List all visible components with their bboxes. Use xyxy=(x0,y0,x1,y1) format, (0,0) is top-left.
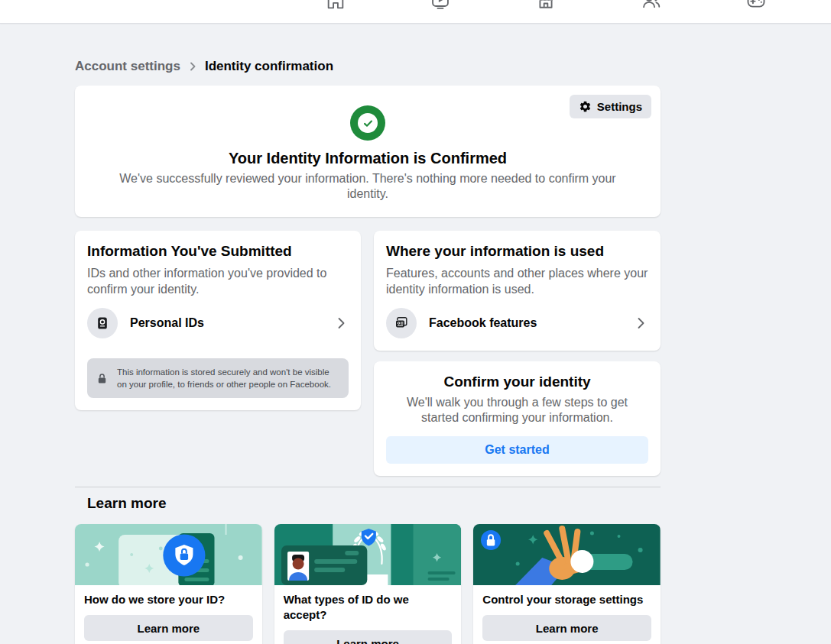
information-usage-card: Where your information is used Features,… xyxy=(374,231,661,351)
breadcrumb-identity-confirmation: Identity confirmation xyxy=(205,59,333,74)
home-icon[interactable] xyxy=(325,0,346,11)
learn-card-title: Control your storage settings xyxy=(482,592,651,607)
learn-card-title: How do we store your ID? xyxy=(84,592,253,607)
learn-more-heading: Learn more xyxy=(87,495,661,512)
page-title: Your Identity Information is Confirmed xyxy=(87,150,648,167)
stacked-cards-icon xyxy=(386,308,417,338)
id-card-icon xyxy=(87,308,118,338)
shield-lock-illustration xyxy=(75,524,262,585)
id-card-illustration xyxy=(274,524,462,585)
confirm-identity-card: Confirm your identity We'll walk you thr… xyxy=(374,361,661,476)
settings-button-label: Settings xyxy=(597,100,642,113)
get-started-button[interactable]: Get started xyxy=(386,436,648,464)
information-submitted-title: Information You've Submitted xyxy=(87,243,349,260)
learn-more-button[interactable]: Learn more xyxy=(482,615,651,641)
gear-icon xyxy=(579,100,592,113)
toggle-hand-illustration xyxy=(473,524,661,585)
settings-button[interactable]: Settings xyxy=(570,95,651,118)
chevron-right-icon xyxy=(333,316,349,331)
section-divider xyxy=(75,487,661,487)
top-navbar xyxy=(0,0,831,24)
learn-more-button[interactable]: Learn more xyxy=(284,630,453,644)
information-usage-subtitle: Features, accounts and other places wher… xyxy=(386,265,648,297)
lock-icon xyxy=(96,373,108,384)
identity-confirmed-card: Settings Your Identity Information is Co… xyxy=(75,86,661,217)
confirmed-check-icon xyxy=(350,105,385,141)
information-usage-title: Where your information is used xyxy=(386,243,648,260)
confirm-identity-subtitle: We'll walk you through a few steps to ge… xyxy=(395,395,640,426)
gaming-icon[interactable] xyxy=(745,0,767,11)
personal-ids-row[interactable]: Personal IDs xyxy=(87,308,349,338)
learn-card-storage-settings[interactable]: Control your storage settings Learn more xyxy=(473,524,661,644)
confirm-identity-title: Confirm your identity xyxy=(386,374,648,390)
storage-disclaimer-text: This information is stored securely and … xyxy=(117,366,339,390)
chevron-right-icon xyxy=(187,60,199,73)
storage-disclaimer: This information is stored securely and … xyxy=(87,358,349,398)
learn-card-title: What types of ID do we accept? xyxy=(284,592,453,623)
breadcrumb-account-settings[interactable]: Account settings xyxy=(75,59,180,74)
watch-icon[interactable] xyxy=(430,0,451,11)
information-submitted-subtitle: IDs and other information you've provide… xyxy=(87,265,349,297)
learn-card-store-id[interactable]: How do we store your ID? Learn more xyxy=(75,524,262,644)
facebook-features-row[interactable]: Facebook features xyxy=(386,308,648,338)
learn-more-button[interactable]: Learn more xyxy=(84,615,253,641)
facebook-features-label: Facebook features xyxy=(429,316,621,330)
settings-content: Account settings Identity confirmation S… xyxy=(75,57,661,644)
learn-card-id-types[interactable]: What types of ID do we accept? Learn mor… xyxy=(274,524,462,644)
personal-ids-label: Personal IDs xyxy=(130,316,321,330)
information-submitted-card: Information You've Submitted IDs and oth… xyxy=(75,231,361,410)
chevron-right-icon xyxy=(633,316,648,331)
page-subtitle: We've successfully reviewed your informa… xyxy=(99,171,637,202)
groups-icon[interactable] xyxy=(641,0,662,11)
marketplace-icon[interactable] xyxy=(535,0,557,11)
breadcrumb: Account settings Identity confirmation xyxy=(75,57,661,76)
